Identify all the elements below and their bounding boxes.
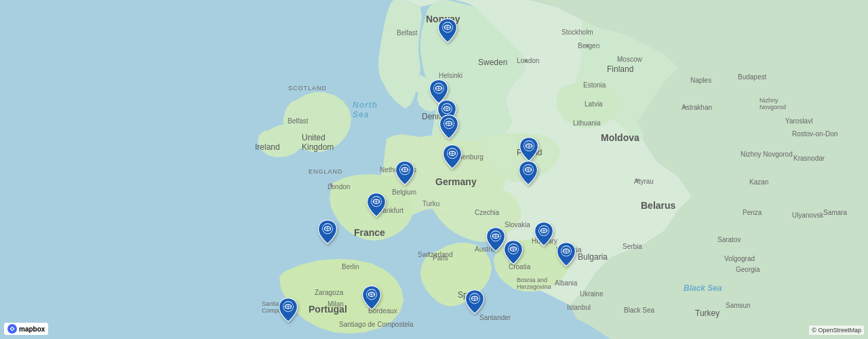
moscow-dot — [684, 106, 686, 108]
osm-credit: © OpenStreetMap — [809, 325, 864, 335]
svg-point-91 — [12, 328, 14, 330]
venue-zagreb[interactable] — [502, 239, 524, 268]
venue-france-sw[interactable] — [317, 219, 338, 247]
mapbox-text: mapbox — [19, 325, 45, 333]
venue-naples[interactable] — [464, 289, 486, 317]
venue-paris[interactable] — [366, 192, 387, 220]
venue-poland2[interactable] — [517, 160, 539, 188]
london-dot2 — [330, 183, 332, 186]
venue-spain2[interactable] — [361, 285, 382, 313]
kyiv-dot — [636, 179, 639, 182]
label-north-sea: NorthSea — [353, 100, 378, 119]
label-black-sea: Black Sea — [684, 283, 722, 293]
map-container: Norway Sweden Finland Estonia Latvia Lit… — [0, 0, 868, 339]
venue-hungary[interactable] — [533, 221, 555, 250]
helsinki-dot — [586, 45, 589, 47]
map-svg — [0, 0, 868, 339]
venue-oslo[interactable] — [437, 18, 458, 46]
venue-spain1[interactable] — [277, 297, 299, 325]
venue-netherlands[interactable] — [394, 160, 416, 188]
venue-germany[interactable] — [441, 144, 463, 172]
venue-budapest[interactable] — [555, 241, 577, 270]
venue-denmark3[interactable] — [438, 114, 460, 142]
stockholm-dot — [525, 60, 528, 62]
mapbox-logo[interactable]: mapbox — [4, 323, 48, 335]
